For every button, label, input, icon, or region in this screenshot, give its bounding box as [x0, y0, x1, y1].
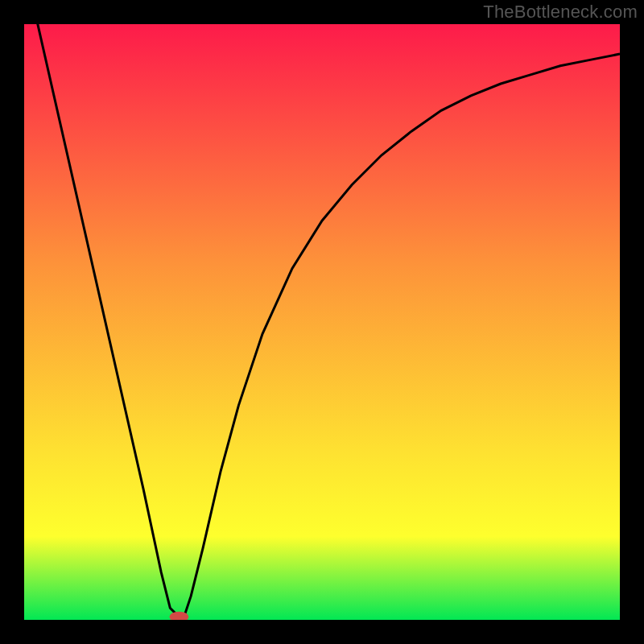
- gradient-background: [24, 24, 620, 620]
- chart-frame: TheBottleneck.com: [0, 0, 644, 644]
- plot-area: [24, 24, 620, 620]
- plot-svg: [24, 24, 620, 620]
- watermark-label: TheBottleneck.com: [483, 2, 638, 23]
